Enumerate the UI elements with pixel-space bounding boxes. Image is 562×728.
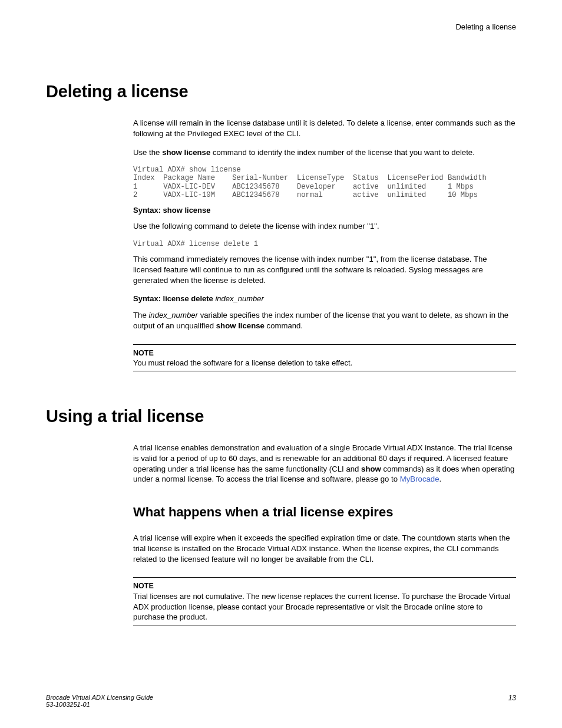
command-name: show license: [162, 148, 210, 157]
mybrocade-link[interactable]: MyBrocade: [400, 475, 439, 483]
paragraph: The index_number variable specifies the …: [133, 310, 516, 331]
text: .: [439, 475, 441, 483]
heading-using-a-trial-license: Using a trial license: [46, 407, 516, 426]
syntax-show-license: Syntax: show license: [133, 205, 516, 216]
note-text: Trial licenses are not cumulative. The n…: [133, 591, 516, 622]
note-label: NOTE: [133, 581, 516, 591]
heading-deleting-a-license: Deleting a license: [46, 82, 516, 101]
page-footer: Brocade Virtual ADX Licensing Guide 53-1…: [46, 694, 516, 708]
syntax-argument: index_number: [215, 294, 263, 303]
text: command.: [265, 321, 303, 330]
paragraph: A license will remain in the license dat…: [133, 118, 516, 139]
page: Deleting a license Deleting a license A …: [0, 0, 562, 728]
cli-output-show-license: Virtual ADX# show license Index Package …: [133, 166, 516, 199]
syntax-label: Syntax: license delete: [133, 294, 213, 303]
variable-name: index_number: [148, 311, 198, 319]
note-label: NOTE: [133, 348, 516, 358]
paragraph: A trial license enables demonstration an…: [133, 443, 516, 485]
footer-doc-number: 53-1003251-01: [46, 701, 153, 708]
cli-output-license-delete: Virtual ADX# license delete 1: [133, 240, 516, 248]
command-name: show: [361, 465, 381, 473]
running-header: Deleting a license: [46, 22, 516, 31]
note-text: You must reload the software for a licen…: [133, 358, 516, 368]
note-box: NOTE Trial licenses are not cumulative. …: [133, 577, 516, 625]
section-deleting-body: A license will remain in the license dat…: [133, 118, 516, 371]
footer-left: Brocade Virtual ADX Licensing Guide 53-1…: [46, 694, 153, 708]
footer-page-number: 13: [508, 694, 516, 708]
paragraph: Use the following command to delete the …: [133, 221, 516, 232]
text: command to identify the index number of …: [210, 148, 475, 157]
text: Use the: [133, 148, 162, 157]
paragraph: Use the show license command to identify…: [133, 147, 516, 158]
command-name: show license: [216, 321, 265, 330]
paragraph: A trial license will expire when it exce…: [133, 533, 516, 564]
paragraph: This command immediately removes the lic…: [133, 254, 516, 285]
subheading-trial-expires: What happens when a trial license expire…: [133, 503, 516, 521]
text: The: [133, 311, 148, 319]
section-trial-body: A trial license enables demonstration an…: [133, 443, 516, 625]
syntax-license-delete: Syntax: license delete index_number: [133, 294, 516, 304]
footer-doc-title: Brocade Virtual ADX Licensing Guide: [46, 694, 153, 701]
note-box: NOTE You must reload the software for a …: [133, 344, 516, 371]
